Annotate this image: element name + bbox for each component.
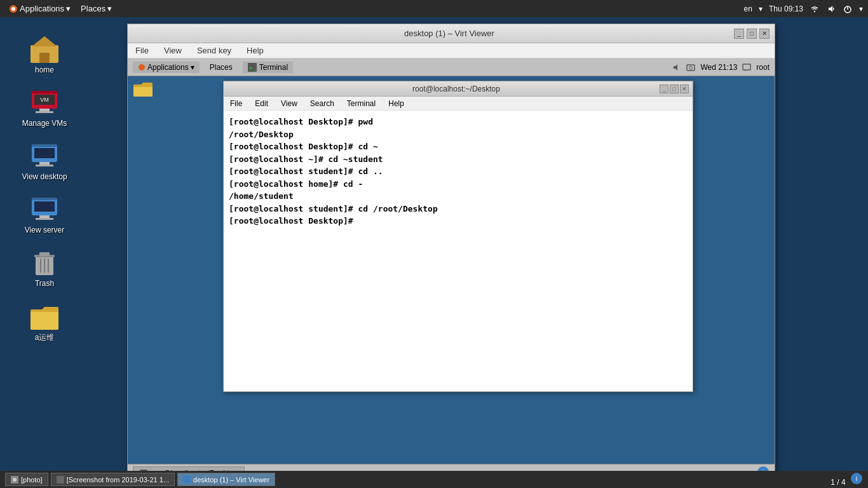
vm-folder-icon-svg (133, 79, 153, 97)
virt-viewer-close-button[interactable]: ✕ (759, 29, 770, 39)
svg-rect-26 (39, 252, 50, 256)
volume-icon (826, 4, 836, 13)
a-folder-icon-svg (29, 299, 60, 330)
svg-point-1 (11, 7, 15, 11)
svg-point-31 (139, 64, 145, 71)
svg-marker-38 (745, 70, 746, 71)
vm-folder-icon[interactable] (133, 79, 153, 97)
desktop-icon-home[interactable]: home (10, 30, 79, 77)
svg-text:i: i (856, 475, 857, 482)
vm-msg-icon (742, 64, 751, 71)
terminal-icon: >_ (248, 63, 257, 72)
vm-taskbar-right: Wed 21:13 root (672, 63, 770, 72)
host-screenshot-item[interactable]: [Screenshot from 2019-03-21 1... (51, 473, 175, 486)
host-applications-menu[interactable]: Applications ▾ (5, 3, 74, 15)
vm-volume-icon (672, 64, 681, 71)
desktop-icons: home VM Manage VMs (0, 17, 89, 488)
host-places-menu[interactable]: Places ▾ (77, 3, 116, 15)
svg-rect-17 (39, 162, 50, 165)
svg-rect-30 (31, 311, 58, 330)
terminal-terminal-menu[interactable]: Terminal (344, 98, 378, 109)
vm-display: Applications ▾ Places >_ Terminal (128, 58, 775, 482)
svg-rect-47 (183, 476, 191, 484)
host-photo-label: [photo] (21, 476, 43, 484)
virt-viewer-minimize-button[interactable]: _ (734, 29, 744, 39)
svg-rect-12 (36, 111, 53, 113)
view-desktop-label: View desktop (22, 172, 67, 181)
terminal-file-menu[interactable]: File (227, 98, 245, 109)
svg-rect-22 (39, 215, 50, 218)
terminal-maximize-button[interactable]: □ (670, 85, 679, 93)
desktop-icon-a-folder[interactable]: a运维 (10, 297, 79, 346)
host-applications-label: Applications (20, 4, 64, 13)
host-bottom-right: 1 / 4 i (831, 472, 863, 487)
terminal-minimize-button[interactable]: _ (660, 85, 668, 93)
a-folder-label: a运维 (35, 332, 55, 343)
host-taskbar-left: Applications ▾ Places ▾ (5, 3, 116, 15)
wifi-icon (810, 4, 820, 13)
terminal-window: root@localhost:~/Desktop _ □ ✕ File Edit… (223, 81, 693, 392)
trash-label: Trash (35, 279, 54, 288)
desktop-icon-trash[interactable]: Trash (10, 243, 79, 290)
terminal-view-menu[interactable]: View (278, 98, 300, 109)
host-places-label: Places (81, 4, 105, 13)
view-desktop-icon (29, 139, 60, 170)
home-icon (29, 32, 60, 63)
svg-marker-6 (32, 36, 57, 46)
view-server-label: View server (25, 226, 64, 234)
view-desktop-icon-svg (29, 139, 60, 170)
svg-rect-35 (687, 65, 695, 71)
virt-sendkey-menu[interactable]: Send key (194, 44, 234, 57)
terminal-search-menu[interactable]: Search (308, 98, 337, 109)
vm-taskbar-left: Applications ▾ Places >_ Terminal (133, 62, 293, 73)
svg-rect-15 (32, 144, 57, 147)
host-datetime: Thu 09:13 (769, 4, 803, 13)
vm-applications-menu[interactable]: Applications ▾ (133, 62, 200, 73)
trash-icon (29, 246, 60, 276)
desktop-icon-manage-vms[interactable]: VM Manage VMs (10, 83, 79, 130)
host-bottom-taskbar: [photo] [Screenshot from 2019-03-21 1...… (0, 471, 868, 488)
svg-text:>_: >_ (249, 65, 256, 71)
desktop-icon-view-server[interactable]: View server (10, 190, 79, 237)
vm-apps-chevron: ▾ (191, 63, 194, 72)
virt-viewer-maximize-button[interactable]: □ (747, 29, 757, 39)
home-folder-icon (29, 32, 60, 63)
host-virt-viewer-label: desktop (1) – Virt Viewer (193, 476, 269, 484)
svg-marker-34 (674, 64, 677, 71)
svg-rect-21 (34, 201, 55, 212)
view-server-icon (29, 193, 60, 223)
svg-rect-18 (36, 165, 53, 166)
svg-rect-37 (743, 64, 750, 70)
places-chevron-icon: ▾ (107, 4, 112, 13)
host-photo-item[interactable]: [photo] (5, 473, 48, 486)
host-notification-icon: i (850, 472, 863, 485)
svg-rect-20 (32, 198, 57, 200)
view-server-icon-svg (29, 193, 60, 223)
terminal-help-menu[interactable]: Help (386, 98, 407, 109)
desktop: home VM Manage VMs (0, 17, 868, 488)
svg-rect-7 (39, 53, 50, 63)
vm-terminal-menu[interactable]: >_ Terminal (243, 62, 293, 73)
virt-help-menu[interactable]: Help (244, 44, 266, 57)
vm-taskbar: Applications ▾ Places >_ Terminal (128, 58, 775, 76)
vm-terminal-label: Terminal (259, 63, 288, 72)
terminal-content[interactable]: [root@localhost Desktop]# pwd /root/Desk… (224, 111, 693, 391)
desktop-icon-view-desktop[interactable]: View desktop (10, 137, 79, 184)
terminal-close-button[interactable]: ✕ (680, 85, 689, 93)
manage-vms-label: Manage VMs (22, 119, 67, 128)
vm-places-menu[interactable]: Places (205, 62, 238, 73)
vm-user-label: root (756, 63, 770, 72)
virt-file-menu[interactable]: File (133, 44, 151, 57)
host-screenshot-label: [Screenshot from 2019-03-21 1... (67, 476, 169, 484)
virt-view-menu[interactable]: View (161, 44, 184, 57)
host-virt-viewer-item[interactable]: desktop (1) – Virt Viewer (177, 473, 275, 486)
photo-icon (11, 476, 18, 484)
virt-viewer-titlebar: desktop (1) – Virt Viewer _ □ ✕ (128, 24, 775, 43)
svg-marker-2 (829, 6, 832, 12)
power-chevron-icon: ▾ (859, 4, 863, 13)
svg-rect-46 (57, 476, 64, 484)
svg-text:VM: VM (40, 97, 49, 103)
terminal-edit-menu[interactable]: Edit (252, 98, 271, 109)
host-page-indicator: 1 / 4 (831, 478, 845, 487)
svg-rect-9 (32, 91, 57, 93)
